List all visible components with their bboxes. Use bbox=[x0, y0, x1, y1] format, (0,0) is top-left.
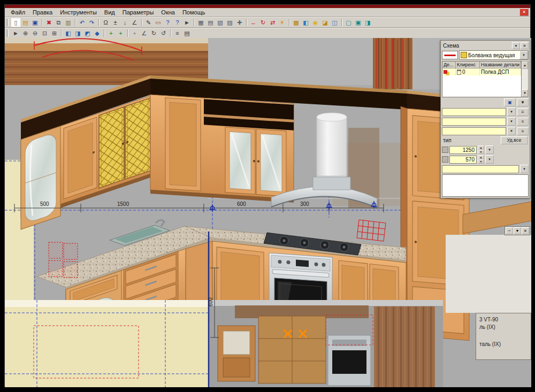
preview-icon[interactable]: ▤ bbox=[182, 29, 192, 37]
menu-file[interactable]: Файл bbox=[7, 9, 29, 16]
zoom-out-icon[interactable]: ⊖ bbox=[30, 29, 40, 37]
front-view-icon[interactable]: ◧ bbox=[64, 29, 73, 37]
attribute-field[interactable] bbox=[442, 127, 506, 135]
toolbar-grip[interactable] bbox=[6, 29, 9, 37]
grid-icon[interactable]: ▦ bbox=[196, 18, 205, 27]
measure-icon[interactable]: ∠ bbox=[140, 29, 149, 37]
attribute-menu-button[interactable]: ≡ bbox=[517, 108, 529, 116]
menu-help[interactable]: Помощь bbox=[179, 9, 209, 16]
add-section-icon[interactable]: + bbox=[116, 29, 125, 37]
menu-edit[interactable]: Правка bbox=[29, 9, 56, 16]
context-help-icon[interactable]: ? bbox=[173, 18, 182, 27]
attribute-menu-button[interactable]: ≡ bbox=[517, 127, 529, 135]
menu-windows[interactable]: Окна bbox=[157, 9, 179, 16]
spin-up-icon[interactable]: ▲ bbox=[478, 155, 484, 159]
attribute-field[interactable] bbox=[442, 165, 519, 173]
width-spinner[interactable]: ▲ ▼ bbox=[478, 145, 484, 154]
attribute-dropdown[interactable]: ▼ bbox=[507, 127, 516, 135]
draw-icon[interactable]: ✎ bbox=[144, 18, 153, 27]
mirror-part-icon[interactable]: ⇄ bbox=[268, 18, 277, 27]
panel-part-icon[interactable]: ▭ bbox=[154, 18, 163, 27]
column-detail[interactable]: Де... bbox=[442, 62, 456, 68]
attribute-dropdown[interactable]: ▼ bbox=[520, 165, 529, 173]
scene-icon[interactable]: ◫ bbox=[330, 18, 339, 27]
panel-x-button[interactable]: ✕ bbox=[522, 227, 529, 234]
spin-down-icon[interactable]: ▼ bbox=[478, 150, 484, 154]
column-clearance[interactable]: Клиренс bbox=[456, 62, 480, 68]
undo-icon[interactable]: ↶ bbox=[78, 18, 87, 27]
menu-view[interactable]: Вид bbox=[101, 9, 119, 16]
drop-part-icon[interactable]: ↓ bbox=[120, 18, 129, 27]
monitor-icon[interactable]: ▢ bbox=[344, 18, 353, 27]
scheme-combo[interactable]: Болванка ведущая ▼ bbox=[459, 50, 529, 60]
toolbar-grip[interactable] bbox=[6, 19, 9, 26]
minimize-panel-button[interactable]: ─ bbox=[506, 227, 513, 234]
save-scheme-button[interactable]: ▣ bbox=[504, 98, 516, 106]
add-cabinet-icon[interactable]: + bbox=[106, 29, 116, 37]
attribute-field[interactable] bbox=[442, 108, 506, 116]
zoom-window-icon[interactable]: ⊡ bbox=[40, 29, 49, 37]
close-button[interactable]: ✕ bbox=[519, 9, 529, 16]
menu-tools[interactable]: Инструменты bbox=[56, 9, 101, 16]
open-folder-icon[interactable]: ▤ bbox=[21, 18, 30, 27]
scheme-combo-dropdown[interactable]: ▼ bbox=[519, 51, 528, 59]
side-view-icon[interactable]: ◨ bbox=[73, 29, 82, 37]
save-icon[interactable]: ▣ bbox=[30, 18, 40, 27]
omega-dimension-icon[interactable]: Ω bbox=[101, 18, 110, 27]
new-file-icon[interactable]: ▯ bbox=[11, 18, 20, 27]
cut-icon[interactable]: ✖ bbox=[44, 18, 54, 27]
rotate-part-icon[interactable]: ↻ bbox=[258, 18, 268, 27]
texture-icon[interactable]: ◧ bbox=[301, 18, 310, 27]
sun-light-icon[interactable]: ☀ bbox=[278, 18, 287, 27]
copy-icon[interactable]: ⧉ bbox=[54, 18, 63, 27]
scroll-up-button[interactable]: ▲ bbox=[522, 62, 528, 69]
panel-collapse-button[interactable]: ▾ bbox=[512, 42, 520, 49]
paste-icon[interactable]: ▥ bbox=[64, 18, 73, 27]
list-dropdown-button[interactable]: ▼ bbox=[517, 98, 529, 106]
refresh-icon[interactable]: ↺ bbox=[159, 29, 168, 37]
cube-icon[interactable]: ◪ bbox=[320, 18, 330, 27]
top-view-icon[interactable]: ◩ bbox=[83, 29, 92, 37]
options-icon[interactable]: ≡ bbox=[173, 29, 182, 37]
move-part-icon[interactable]: ↔ bbox=[249, 18, 258, 27]
pointer-icon[interactable]: ► bbox=[182, 18, 192, 27]
spin-up-icon[interactable]: ▲ bbox=[478, 145, 484, 150]
iso-view-icon[interactable]: ◆ bbox=[93, 29, 102, 37]
list-icon[interactable]: ▤ bbox=[206, 18, 215, 27]
attribute-menu-button[interactable]: ≡ bbox=[517, 118, 529, 126]
depth-dropdown[interactable]: ▼ bbox=[485, 155, 494, 164]
help-icon[interactable]: ? bbox=[163, 18, 172, 27]
render-icon[interactable]: ◨ bbox=[363, 18, 372, 27]
offset-dimension-icon[interactable]: ± bbox=[111, 18, 120, 27]
angle-icon[interactable]: ∠ bbox=[130, 18, 139, 27]
line-style-swatch[interactable] bbox=[442, 51, 458, 59]
edit-nodes-icon[interactable]: ▫ bbox=[130, 29, 139, 37]
attribute-dropdown[interactable]: ▼ bbox=[507, 107, 516, 116]
column-name[interactable]: Название детали bbox=[480, 62, 521, 68]
material-icon[interactable]: ▩ bbox=[292, 18, 301, 27]
panel-close-button[interactable]: ✕ bbox=[521, 42, 529, 49]
zoom-all-icon[interactable]: ⊞ bbox=[50, 29, 59, 37]
window-view-icon[interactable]: ▣ bbox=[354, 18, 363, 27]
depth-field[interactable]: 570 bbox=[449, 156, 477, 164]
assemble-icon[interactable]: ✚ bbox=[235, 18, 244, 27]
panel-drop-button[interactable]: ▼ bbox=[514, 227, 521, 234]
zoom-in-icon[interactable]: ⊕ bbox=[21, 29, 30, 37]
menu-parameters[interactable]: Параметры bbox=[119, 9, 158, 16]
scroll-down-button[interactable]: ▼ bbox=[522, 89, 528, 97]
block-icon[interactable]: ▨ bbox=[225, 18, 234, 27]
select-icon[interactable]: ► bbox=[11, 29, 20, 37]
rotate-view-icon[interactable]: ↻ bbox=[149, 29, 158, 37]
width-dropdown[interactable]: ▼ bbox=[485, 145, 494, 154]
spin-down-icon[interactable]: ▼ bbox=[478, 159, 484, 164]
width-field[interactable]: 1250 bbox=[449, 146, 477, 154]
remove-all-button[interactable]: Уд.все bbox=[501, 136, 528, 144]
depth-spinner[interactable]: ▲ ▼ bbox=[478, 155, 484, 164]
table-scrollbar[interactable]: ▲ ▼ bbox=[522, 61, 529, 97]
table-row[interactable]: 0 Полка ДСП bbox=[442, 68, 521, 75]
bulb-icon[interactable]: ◉ bbox=[311, 18, 320, 27]
parts-list-box[interactable] bbox=[442, 174, 529, 197]
sheet-icon[interactable]: ▧ bbox=[216, 18, 225, 27]
attribute-field[interactable] bbox=[442, 118, 506, 126]
redo-icon[interactable]: ↷ bbox=[87, 18, 96, 27]
